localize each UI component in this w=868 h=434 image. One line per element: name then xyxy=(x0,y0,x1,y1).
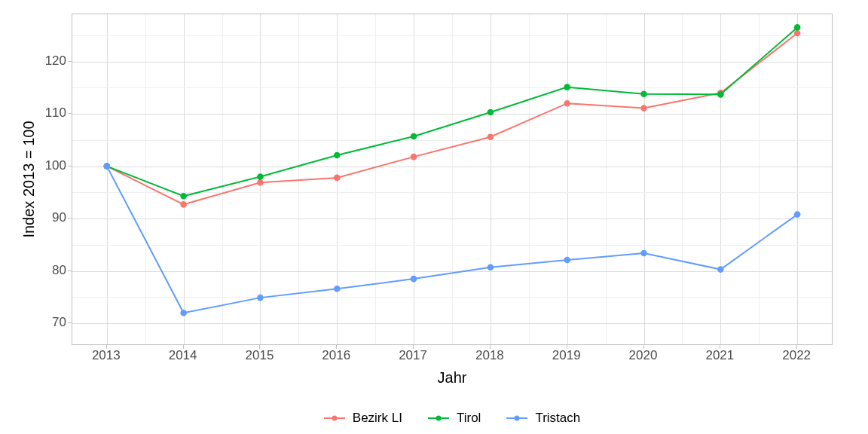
legend-label: Bezirk LI xyxy=(353,411,402,426)
series-line xyxy=(107,27,797,196)
y-tick-label: 120 xyxy=(0,53,66,69)
x-tick-label: 2017 xyxy=(399,348,427,363)
series-point xyxy=(641,91,646,96)
x-tick-mark xyxy=(567,345,567,349)
x-tick-mark xyxy=(259,345,260,349)
series-point xyxy=(335,153,340,158)
legend-item: Tirol xyxy=(428,411,481,426)
y-tick-label: 70 xyxy=(0,315,66,330)
series-point xyxy=(564,84,570,90)
series-line xyxy=(107,167,797,313)
x-tick-label: 2016 xyxy=(322,348,350,363)
x-tick-label: 2020 xyxy=(629,348,658,363)
x-tick-label: 2021 xyxy=(705,348,734,363)
x-tick-mark xyxy=(643,345,644,349)
x-tick-mark xyxy=(106,345,107,349)
x-tick-label: 2022 xyxy=(782,348,811,363)
x-tick-label: 2019 xyxy=(552,348,581,363)
legend-label: Tristach xyxy=(535,411,580,426)
x-tick-label: 2018 xyxy=(475,348,504,363)
y-tick-mark xyxy=(68,270,72,271)
y-tick-label: 110 xyxy=(0,105,66,121)
x-tick-mark xyxy=(183,345,184,349)
series-point xyxy=(564,101,570,106)
y-tick-mark xyxy=(68,218,72,219)
legend-item: Tristach xyxy=(506,411,580,426)
x-tick-mark xyxy=(336,345,337,349)
series-point xyxy=(181,194,186,199)
x-tick-label: 2014 xyxy=(169,348,197,363)
y-tick-label: 100 xyxy=(0,158,66,173)
y-axis-tick-labels: 708090100110120 xyxy=(0,14,66,345)
legend: Bezirk LITirolTristach xyxy=(72,407,833,429)
series-point xyxy=(258,180,263,185)
legend-swatch-icon xyxy=(324,417,345,419)
series-point xyxy=(258,295,263,301)
series-point xyxy=(795,31,800,36)
series-point xyxy=(641,251,646,256)
series-point xyxy=(488,134,494,139)
y-tick-label: 80 xyxy=(0,263,66,278)
plot-panel xyxy=(72,14,833,345)
series-point xyxy=(641,105,646,111)
series-point xyxy=(335,286,340,292)
x-tick-label: 2015 xyxy=(246,348,274,363)
series-point xyxy=(411,277,417,282)
series-point xyxy=(411,154,417,160)
legend-label: Tirol xyxy=(457,411,481,426)
x-axis-tick-labels: 2013201420152016201720182019202020212022 xyxy=(72,348,833,366)
y-tick-mark xyxy=(68,322,72,323)
series-point xyxy=(564,258,570,263)
chart-container: Index 2013 = 100 708090100110120 2013201… xyxy=(0,0,868,434)
series-point xyxy=(488,265,494,270)
y-tick-mark xyxy=(68,61,72,62)
x-tick-mark xyxy=(490,345,491,349)
x-tick-mark xyxy=(720,345,720,349)
series-point xyxy=(335,176,340,181)
y-tick-label: 90 xyxy=(0,210,66,225)
series-point xyxy=(795,212,800,217)
x-tick-label: 2013 xyxy=(92,348,121,363)
series-point xyxy=(181,202,186,207)
series-point xyxy=(718,92,723,97)
legend-swatch-icon xyxy=(506,417,527,419)
y-tick-mark xyxy=(68,113,72,114)
x-axis-title: Jahr xyxy=(72,369,833,387)
series-point xyxy=(411,134,417,139)
series-point xyxy=(718,267,723,272)
series-point xyxy=(105,164,110,169)
legend-swatch-icon xyxy=(428,417,449,419)
series-point xyxy=(181,310,186,316)
series-point xyxy=(258,174,263,179)
x-tick-mark xyxy=(796,345,797,349)
series-point xyxy=(488,110,494,115)
line-series-svg xyxy=(72,14,832,344)
x-tick-mark xyxy=(413,345,414,349)
series-line xyxy=(107,33,797,204)
y-tick-mark xyxy=(68,166,72,167)
series-point xyxy=(795,25,800,30)
legend-item: Bezirk LI xyxy=(324,411,402,426)
